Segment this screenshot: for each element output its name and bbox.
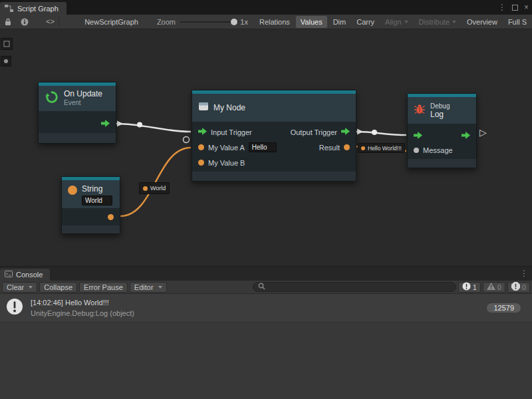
- window-tab-bar: Script Graph ⋮ ×: [0, 0, 532, 15]
- tab-console[interactable]: Console: [0, 269, 50, 281]
- flow-input-port-icon[interactable]: [414, 132, 422, 140]
- value-port-icon[interactable]: [198, 160, 204, 166]
- error-pause-toggle[interactable]: Error Pause: [79, 282, 128, 293]
- node-header[interactable]: Debug Log: [408, 97, 476, 124]
- overview-button[interactable]: Overview: [462, 16, 502, 28]
- maximize-icon[interactable]: [512, 5, 518, 11]
- console-toolbar: Clear Collapse Error Pause Editor 1 0: [0, 281, 532, 294]
- log-repeat-count: 12579: [487, 303, 521, 313]
- info-badge-icon: [462, 282, 471, 292]
- value-port-icon[interactable]: [344, 144, 350, 150]
- more-menu-icon[interactable]: ⋮: [520, 269, 528, 278]
- port-label: Result: [319, 144, 340, 152]
- tab-script-graph[interactable]: Script Graph: [0, 2, 66, 15]
- node-header[interactable]: On Update Event: [39, 86, 116, 111]
- port-label: Output Trigger: [291, 128, 337, 136]
- console-tab-icon: [5, 271, 13, 279]
- flow-pulse-dot: [372, 130, 377, 135]
- distribute-button[interactable]: Distribute: [414, 16, 461, 28]
- dim-button[interactable]: Dim: [329, 16, 351, 28]
- wire-my-node-to-debug[interactable]: [356, 132, 406, 135]
- value-port-icon[interactable]: [414, 148, 419, 153]
- node-header[interactable]: My Node: [192, 94, 356, 122]
- node-footer: [408, 159, 476, 168]
- error-count-toggle[interactable]: 0: [507, 282, 530, 293]
- graph-name-label: NewScriptGraph: [84, 18, 138, 26]
- node-subtitle: Log: [430, 110, 450, 119]
- tab-title: Script Graph: [17, 5, 59, 13]
- values-button[interactable]: Values: [296, 16, 327, 28]
- flow-output-port-icon[interactable]: [101, 120, 110, 128]
- log-info-icon: [6, 298, 23, 318]
- dropdown-caret-icon: [404, 21, 408, 23]
- string-icon: [68, 186, 77, 195]
- align-button[interactable]: Align: [380, 16, 412, 28]
- my-value-a-field[interactable]: [249, 142, 277, 152]
- zoom-slider-handle[interactable]: [231, 19, 237, 25]
- graph-canvas[interactable]: On Update Event My Node Input: [0, 29, 532, 266]
- value-dot-icon: [361, 146, 365, 150]
- dropdown-caret-icon: [158, 286, 162, 289]
- collapse-toggle[interactable]: Collapse: [39, 282, 77, 293]
- node-header[interactable]: String: [62, 180, 120, 208]
- inspector-toggle[interactable]: [1, 38, 13, 50]
- node-subtitle: Event: [64, 98, 102, 107]
- node-string[interactable]: String: [61, 176, 120, 234]
- code-icon[interactable]: <>: [46, 18, 55, 26]
- node-footer: [39, 133, 116, 143]
- string-value-field[interactable]: [82, 196, 112, 205]
- console-detail-pane: [0, 323, 532, 399]
- value-port-icon[interactable]: [198, 144, 204, 150]
- flow-output-port-icon[interactable]: [341, 128, 350, 136]
- log-entry-row[interactable]: [14:02:46] Hello World!!! UnityEngine.De…: [0, 294, 532, 323]
- clear-button[interactable]: Clear: [2, 282, 37, 293]
- flow-output-port-icon[interactable]: [462, 132, 470, 140]
- value-dot-icon: [143, 186, 148, 191]
- warning-count-toggle[interactable]: 0: [483, 282, 505, 293]
- carry-button[interactable]: Carry: [352, 16, 379, 28]
- error-badge-icon: [511, 282, 520, 292]
- editor-dropdown[interactable]: Editor: [130, 282, 167, 293]
- wire-value-badge: Hello World!!!: [358, 143, 405, 153]
- on-update-icon: [45, 90, 59, 107]
- dropdown-caret-icon: [29, 286, 33, 289]
- wire-arrow-icon: [357, 129, 363, 135]
- node-title: String: [82, 184, 112, 194]
- port-label: Message: [423, 146, 453, 154]
- unconnected-port-icon[interactable]: [184, 137, 190, 143]
- close-icon[interactable]: ×: [524, 3, 529, 12]
- graph-toolbar: <> NewScriptGraph Zoom 1x Relations Valu…: [0, 15, 532, 29]
- search-input[interactable]: [268, 283, 451, 291]
- zoom-label: Zoom: [157, 18, 176, 26]
- relations-button[interactable]: Relations: [255, 16, 295, 28]
- lock-icon[interactable]: [5, 18, 11, 26]
- node-debug-log[interactable]: Debug Log Message: [407, 93, 477, 168]
- warning-badge-icon: [487, 283, 495, 291]
- node-title: On Update: [64, 90, 102, 98]
- value-port-icon[interactable]: [108, 214, 114, 220]
- dropdown-caret-icon: [452, 21, 456, 23]
- log-message: [14:02:46] Hello World!!!: [31, 297, 134, 308]
- script-graph-icon: [5, 5, 13, 12]
- wire-on-update-to-my-node[interactable]: [116, 124, 191, 132]
- info-count-toggle[interactable]: 1: [458, 282, 481, 293]
- zoom-value: 1x: [240, 18, 248, 26]
- flow-input-port-icon[interactable]: [198, 128, 207, 136]
- node-my-node[interactable]: My Node Input Trigger Output Trigger My …: [192, 90, 356, 182]
- node-on-update[interactable]: On Update Event: [38, 82, 116, 144]
- blackboard-toggle[interactable]: [1, 56, 11, 66]
- console-panel: Console ⋮ Clear Collapse Error Pause Edi…: [0, 266, 532, 399]
- window-controls: ⋮ ×: [498, 0, 529, 15]
- flow-pulse-dot: [137, 122, 142, 128]
- zoom-slider-track[interactable]: [180, 21, 239, 23]
- log-stacktrace: UnityEngine.Debug:Log (object): [31, 308, 134, 319]
- node-footer: [192, 172, 356, 181]
- zoom-slider[interactable]: [180, 18, 237, 26]
- wire-arrow-icon: [117, 121, 123, 127]
- port-label: My Value A: [208, 144, 245, 152]
- console-search[interactable]: [253, 282, 456, 292]
- more-menu-icon[interactable]: ⋮: [498, 3, 506, 12]
- my-node-icon: [198, 102, 209, 114]
- fullscreen-button[interactable]: Full S: [503, 16, 531, 28]
- info-icon[interactable]: [21, 18, 29, 26]
